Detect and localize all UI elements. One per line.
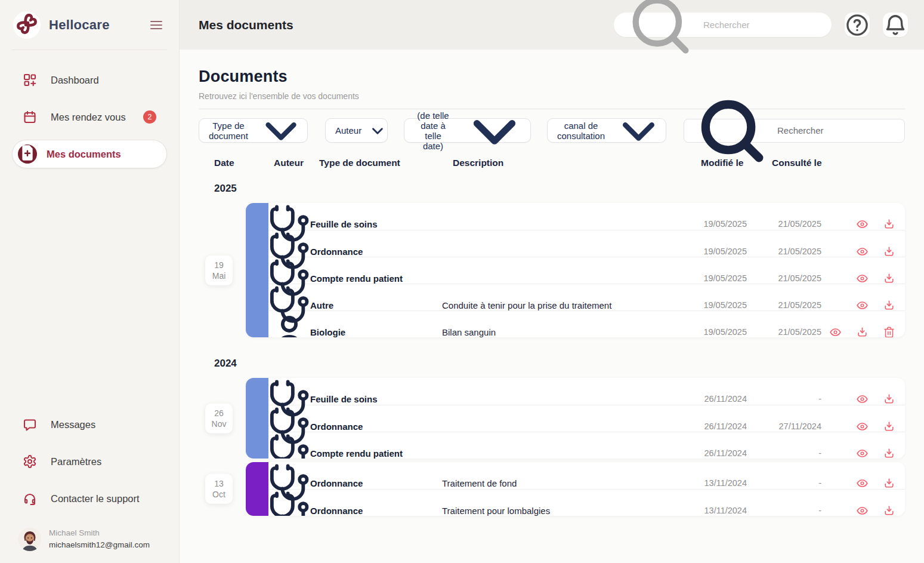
view-document-button[interactable] (856, 447, 869, 459)
document-type: Autre (310, 300, 442, 310)
view-document-button[interactable] (856, 477, 869, 490)
trash-icon (883, 326, 895, 338)
view-document-button[interactable] (856, 272, 869, 285)
document-row[interactable]: OrdonnanceTraitement de fond13/11/2024- (268, 462, 905, 489)
document-group: 26NovFeuille de soins26/11/2024-Ordonnan… (246, 378, 905, 459)
modified-date: 19/05/2025 (669, 273, 747, 283)
sidebar-item-dashboard[interactable]: Dashboard (12, 66, 167, 94)
sidebar-header: Hellocare (0, 0, 179, 50)
document-row[interactable]: Feuille de soins19/05/202521/05/2025 (268, 203, 905, 230)
document-row[interactable]: Compte rendu patient26/11/2024- (268, 432, 905, 459)
table-header: Date Auteur Type de document Description… (199, 158, 905, 170)
eye-icon (856, 299, 869, 312)
hamburger-menu-button[interactable] (148, 19, 165, 32)
document-row[interactable]: Compte rendu patient19/05/202521/05/2025 (268, 257, 905, 284)
notifications-button[interactable] (883, 13, 908, 37)
download-document-button[interactable] (883, 477, 895, 490)
download-document-button[interactable] (883, 447, 895, 459)
document-type: Ordonnance (310, 478, 442, 488)
filter-date-range[interactable]: (de telle date à telle date) (404, 118, 531, 143)
eye-icon (856, 504, 869, 516)
year-label: 2025 (214, 183, 905, 195)
row-actions (821, 245, 905, 258)
document-row[interactable]: Ordonnance19/05/202521/05/2025 (268, 230, 905, 257)
date-badge: 19Mai (205, 255, 233, 285)
consulted-date: 27/11/2024 (747, 422, 821, 431)
filter-type-de-document[interactable]: Type de document (199, 118, 308, 143)
question-icon (845, 13, 870, 38)
document-card: Feuille de soins26/11/2024-Ordonnance26/… (246, 378, 905, 459)
user-profile[interactable]: Michael Smith michaelsmith12@gmail.com (12, 521, 167, 553)
document-icon (18, 144, 37, 164)
global-search-input[interactable] (703, 20, 822, 30)
download-icon (883, 393, 895, 405)
date-month: Nov (205, 419, 233, 429)
document-description: Traitement de fond (442, 478, 669, 488)
document-row[interactable]: OrdonnanceTraitement pour lombalgies13/1… (268, 489, 905, 516)
documents-search (684, 119, 905, 143)
consulted-date: 21/05/2025 (747, 247, 821, 256)
filter-auteur[interactable]: Auteur (325, 118, 388, 143)
global-search (614, 13, 832, 37)
eye-icon (856, 272, 869, 285)
document-type: Compte rendu patient (310, 273, 442, 284)
row-actions (821, 272, 905, 285)
document-row[interactable]: BiologieBilan sanguin19/05/202521/05/202… (268, 310, 905, 337)
column-header-modifie: Modifié le (701, 158, 743, 168)
document-description: Bilan sanguin (442, 327, 669, 337)
sidebar-item-documents[interactable]: Mes documents (12, 140, 167, 168)
help-button[interactable] (845, 13, 870, 37)
document-description: Conduite à tenir pour la prise du traite… (442, 300, 669, 310)
download-document-button[interactable] (883, 420, 895, 433)
document-row[interactable]: Feuille de soins26/11/2024- (268, 378, 905, 405)
document-type: Feuille de soins (310, 219, 442, 229)
download-icon (883, 477, 895, 490)
row-actions (821, 393, 905, 405)
document-row[interactable]: AutreConduite à tenir pour la prise du t… (268, 284, 905, 310)
consulted-date: 21/05/2025 (747, 327, 821, 337)
view-document-button[interactable] (856, 218, 869, 230)
sidebar-item-support[interactable]: Contacter le support (12, 484, 167, 513)
view-document-button[interactable] (856, 299, 869, 312)
modified-date: 13/11/2024 (669, 478, 747, 488)
download-icon (883, 420, 895, 433)
calendar-icon (23, 110, 37, 124)
stethoscope-icon (268, 490, 310, 516)
download-document-button[interactable] (883, 245, 895, 258)
column-header-auteur: Auteur (274, 158, 304, 168)
eye-icon (856, 393, 869, 405)
eye-icon (856, 245, 869, 258)
modified-date: 19/05/2025 (669, 300, 747, 310)
modified-date: 13/11/2024 (669, 506, 747, 515)
documents-search-input[interactable] (777, 125, 896, 136)
document-row[interactable]: Ordonnance26/11/202427/11/2024 (268, 405, 905, 432)
person-icon (268, 311, 310, 337)
chevron-down-icon (248, 104, 299, 156)
modified-date: 26/11/2024 (669, 422, 747, 431)
column-header-date: Date (214, 158, 234, 168)
sidebar-footer: Messages Paramètres Contacter le support… (0, 410, 179, 563)
delete-document-button[interactable] (883, 326, 895, 338)
download-document-button[interactable] (856, 326, 869, 338)
content: Documents Retrouvez ici l'ensemble de vo… (180, 50, 924, 519)
download-document-button[interactable] (883, 272, 895, 285)
view-document-button[interactable] (829, 326, 842, 338)
view-document-button[interactable] (856, 504, 869, 516)
appointments-count-badge: 2 (143, 110, 156, 124)
document-type: Ordonnance (310, 506, 442, 516)
view-document-button[interactable] (856, 393, 869, 405)
consulted-date: - (747, 506, 821, 515)
download-document-button[interactable] (883, 393, 895, 405)
view-document-button[interactable] (856, 245, 869, 258)
row-actions (821, 504, 905, 516)
document-type: Ordonnance (310, 247, 442, 257)
sidebar-item-parametres[interactable]: Paramètres (12, 447, 167, 476)
filter-canal-consultation[interactable]: canal de consultation (547, 118, 666, 143)
view-document-button[interactable] (856, 420, 869, 433)
download-document-button[interactable] (883, 504, 895, 516)
sidebar-item-messages[interactable]: Messages (12, 410, 167, 439)
download-icon (883, 245, 895, 258)
sidebar-item-rendez-vous[interactable]: Mes rendez vous 2 (12, 103, 167, 131)
download-document-button[interactable] (883, 299, 895, 312)
download-document-button[interactable] (883, 218, 895, 230)
